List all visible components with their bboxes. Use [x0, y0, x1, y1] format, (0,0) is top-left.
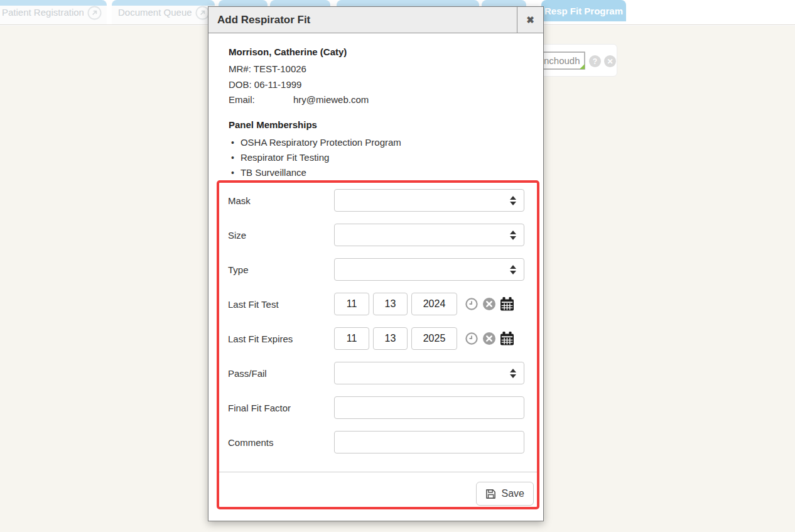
panel-membership-item: • OSHA Respiratory Protection Program [229, 135, 543, 150]
last-fit-expires-month-input[interactable] [334, 327, 369, 350]
last-fit-test-month-input[interactable] [334, 293, 369, 315]
mask-select[interactable] [334, 189, 524, 212]
save-button-label: Save [502, 488, 524, 499]
final-fit-factor-label: Final Fit Factor [228, 403, 334, 413]
bullet-icon: • [231, 165, 234, 180]
comments-row: Comments [228, 431, 537, 453]
panel-membership-item: • TB Surveillance [229, 165, 543, 180]
tab-patient-registration[interactable]: Patient Registration [0, 0, 107, 24]
tab-resp-fit-program[interactable]: Resp Fit Program [541, 0, 626, 21]
tab-label: Document Queue [118, 7, 192, 18]
chart-search-panel: ? ✕ [536, 44, 617, 77]
comments-input[interactable] [334, 431, 524, 453]
patient-dob: DOB: 06-11-1999 [229, 77, 543, 93]
patient-name: Morrison, Catherine (Caty) [229, 46, 543, 58]
open-in-new-window-icon[interactable] [87, 6, 102, 22]
add-respirator-fit-dialog: Add Respirator Fit ✖ Morrison, Catherine… [208, 6, 544, 521]
clear-search-icon[interactable]: ✕ [604, 55, 616, 67]
mask-label: Mask [228, 195, 334, 206]
close-button[interactable]: ✖ [517, 7, 543, 33]
bullet-icon: • [231, 135, 234, 150]
panel-membership-label: TB Surveillance [241, 165, 306, 180]
tab-document-queue[interactable]: Document Queue [112, 0, 215, 24]
panel-membership-label: Respirator Fit Testing [241, 150, 329, 165]
mask-row: Mask [228, 189, 537, 212]
pass-fail-label: Pass/Fail [228, 368, 334, 379]
email-value: hry@mieweb.com [293, 92, 369, 108]
type-label: Type [228, 264, 334, 275]
email-label: Email: [229, 92, 293, 108]
clear-date-icon[interactable] [483, 298, 495, 310]
select-arrows-icon [510, 196, 516, 205]
last-fit-expires-label: Last Fit Expires [228, 334, 334, 344]
time-icon[interactable] [465, 298, 478, 310]
size-label: Size [228, 230, 334, 241]
bullet-icon: • [231, 150, 234, 165]
size-row: Size [228, 224, 537, 246]
last-fit-expires-row: Last Fit Expires [228, 327, 537, 350]
pass-fail-row: Pass/Fail [228, 362, 537, 384]
last-fit-test-label: Last Fit Test [228, 299, 334, 310]
save-icon [485, 489, 496, 499]
comments-label: Comments [228, 437, 334, 448]
final-fit-factor-row: Final Fit Factor [228, 396, 537, 419]
panel-memberships-heading: Panel Memberships [229, 119, 543, 131]
calendar-icon[interactable] [500, 297, 514, 311]
save-button[interactable]: Save [476, 482, 534, 506]
select-arrows-icon [510, 369, 516, 378]
clear-date-icon[interactable] [483, 332, 495, 345]
dialog-footer: Save [219, 472, 537, 506]
calendar-icon[interactable] [500, 332, 514, 345]
type-row: Type [228, 258, 537, 281]
clear-glyph: ✕ [607, 57, 613, 66]
pass-fail-select[interactable] [334, 362, 524, 384]
patient-email-row: Email: hry@mieweb.com [229, 92, 543, 108]
app-window: Patient Registration Document Queue Resp… [0, 0, 795, 532]
dialog-title: Add Respirator Fit [208, 7, 517, 33]
type-select[interactable] [334, 258, 524, 281]
select-arrows-icon [510, 231, 516, 240]
last-fit-test-day-input[interactable] [373, 293, 408, 315]
last-fit-expires-year-input[interactable] [411, 327, 457, 350]
dialog-header: Add Respirator Fit ✖ [208, 7, 543, 33]
size-select[interactable] [334, 224, 524, 246]
tab-label: Resp Fit Program [544, 6, 623, 16]
respirator-fit-form: Mask Size Type Last Fit Test [217, 180, 539, 509]
help-glyph: ? [593, 57, 597, 66]
final-fit-factor-input[interactable] [334, 396, 524, 419]
last-fit-test-row: Last Fit Test [228, 293, 537, 315]
last-fit-test-year-input[interactable] [411, 293, 457, 315]
close-icon: ✖ [526, 14, 534, 26]
help-icon[interactable]: ? [589, 55, 601, 67]
tab-label: Patient Registration [2, 7, 84, 18]
last-fit-expires-day-input[interactable] [373, 327, 408, 350]
search-input[interactable] [540, 52, 585, 70]
select-arrows-icon [510, 265, 516, 274]
panel-membership-item: • Respirator Fit Testing [229, 150, 543, 165]
time-icon[interactable] [465, 332, 478, 345]
panel-membership-label: OSHA Respiratory Protection Program [241, 135, 401, 150]
patient-mr-number: MR#: TEST-10026 [229, 62, 543, 77]
dialog-body: Morrison, Catherine (Caty) MR#: TEST-100… [208, 33, 543, 180]
